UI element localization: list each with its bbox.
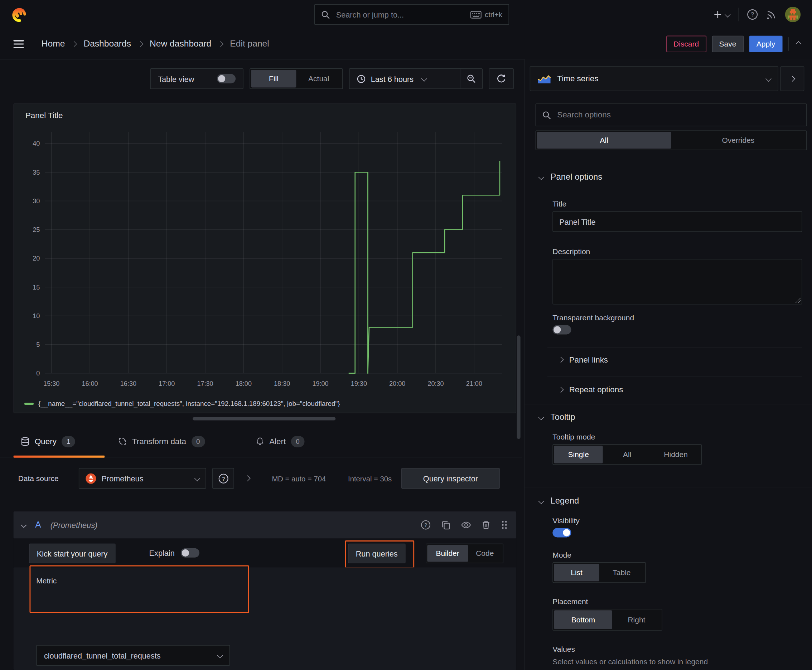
description-textarea[interactable]	[553, 259, 802, 304]
tooltip-mode-label: Tooltip mode	[553, 433, 595, 441]
tooltip-mode-segmented: Single All Hidden	[553, 444, 702, 465]
metric-select[interactable]: cloudflared_tunnel_total_requests	[36, 645, 230, 666]
explain-toggle[interactable]	[181, 548, 199, 558]
placement-bottom-option[interactable]: Bottom	[554, 610, 613, 629]
options-scope-tabs: All Overrides	[536, 130, 807, 150]
legend-section-header[interactable]: Legend	[539, 496, 579, 506]
svg-text:5: 5	[36, 341, 40, 348]
tooltip-hidden-option[interactable]: Hidden	[652, 446, 700, 463]
collapse-query-icon[interactable]	[21, 522, 27, 528]
breadcrumb-dashboards[interactable]: Dashboards	[83, 39, 131, 49]
time-series-panel[interactable]: Panel Title 051015202530354015:3016:0016…	[14, 103, 516, 413]
duplicate-query-icon[interactable]	[441, 520, 450, 530]
hide-query-icon[interactable]	[461, 521, 471, 529]
max-data-points-stat: MD = auto = 704	[272, 475, 326, 483]
time-range-label: Last 6 hours	[371, 74, 414, 83]
tab-query[interactable]: Query 1	[21, 426, 75, 457]
tab-alert[interactable]: Alert 0	[256, 426, 305, 457]
news-icon[interactable]	[766, 9, 777, 20]
breadcrumb: Home Dashboards New dashboard Edit panel	[42, 29, 269, 59]
legend-placement-segmented: Bottom Right	[553, 609, 662, 631]
title-label: Title	[553, 200, 566, 208]
divider	[738, 8, 738, 22]
search-shortcut: ctrl+k	[485, 10, 502, 19]
options-search[interactable]	[536, 103, 807, 126]
query-help-icon[interactable]: ?	[421, 520, 431, 530]
options-search-input[interactable]	[556, 110, 800, 120]
query-inspector-button[interactable]: Query inspector	[401, 468, 500, 489]
panel-title-input[interactable]	[553, 211, 802, 232]
time-series-chart[interactable]: 051015202530354015:3016:0016:3017:0017:3…	[18, 127, 508, 392]
breadcrumb-new-dashboard[interactable]: New dashboard	[150, 39, 211, 49]
collapse-options-icon[interactable]	[244, 475, 250, 481]
fit-mode-segmented: Fill Actual	[249, 68, 342, 89]
chevron-right-icon	[790, 76, 795, 81]
datasource-value: Prometheus	[102, 474, 190, 483]
transparent-background-toggle[interactable]	[553, 325, 571, 334]
table-view-toggle[interactable]	[217, 74, 236, 83]
options-sidebar: Time series All Overrides Panel options …	[524, 59, 812, 670]
legend-visibility-toggle[interactable]	[553, 528, 571, 537]
apply-button[interactable]: Apply	[749, 36, 783, 52]
query-row-header[interactable]: A (Prometheus) ?	[14, 511, 516, 538]
kick-start-query-button[interactable]: Kick start your query	[29, 544, 115, 563]
tooltip-single-option[interactable]: Single	[554, 446, 603, 463]
chevron-right-icon	[218, 41, 224, 47]
visualization-value: Time series	[557, 74, 760, 83]
legend-heading: Legend	[551, 496, 579, 506]
avatar[interactable]	[785, 7, 800, 22]
time-range-picker[interactable]: Last 6 hours	[349, 74, 460, 83]
explain-label: Explain	[149, 548, 175, 557]
builder-option[interactable]: Builder	[427, 545, 468, 562]
tab-transform-data[interactable]: Transform data 0	[118, 426, 205, 457]
panel-options-section-header[interactable]: Panel options	[539, 172, 602, 181]
repeat-options-section-header[interactable]: Repeat options	[559, 385, 623, 394]
breadcrumb-edit-panel: Edit panel	[230, 39, 269, 49]
pane-resize-handle[interactable]	[193, 417, 336, 421]
breadcrumb-home[interactable]: Home	[42, 39, 65, 49]
panel-edit-toolbar: Table view Fill Actual Last 6 hours	[0, 66, 522, 91]
visualization-select[interactable]: Time series	[530, 66, 778, 91]
create-new-button[interactable]	[714, 10, 730, 19]
search-input[interactable]	[335, 10, 465, 19]
legend-table-option[interactable]: Table	[599, 564, 644, 581]
chart-legend[interactable]: {__name__="cloudflared_tunnel_total_requ…	[24, 400, 340, 408]
scrollbar-thumb[interactable]	[517, 335, 520, 439]
svg-text:10: 10	[32, 313, 40, 320]
tooltip-section-header[interactable]: Tooltip	[539, 412, 575, 421]
global-search[interactable]: ctrl+k	[314, 4, 509, 25]
refresh-button[interactable]	[489, 68, 514, 89]
zoom-out-button[interactable]	[460, 69, 482, 88]
panel-title[interactable]: Panel Title	[25, 111, 63, 120]
help-icon[interactable]: ?	[747, 9, 758, 20]
scope-overrides-tab[interactable]: Overrides	[671, 132, 805, 149]
code-option[interactable]: Code	[468, 545, 502, 562]
actual-option[interactable]: Actual	[296, 70, 341, 87]
builder-code-segmented: Builder Code	[425, 544, 503, 563]
datasource-label: Data source	[18, 474, 59, 482]
delete-query-icon[interactable]	[481, 520, 490, 530]
grafana-edit-panel-page: ctrl+k ?	[0, 0, 812, 670]
bottom-pane-tabs: Query 1 Transform data 0 Alert 0	[0, 426, 522, 458]
collapse-header-icon[interactable]	[795, 41, 801, 47]
datasource-select[interactable]: Prometheus	[79, 468, 206, 489]
drag-query-icon[interactable]	[501, 520, 508, 530]
menu-icon[interactable]	[14, 40, 24, 48]
resize-grip-icon[interactable]	[795, 298, 800, 303]
datasource-help-button[interactable]: ?	[212, 468, 234, 489]
scope-all-tab[interactable]: All	[537, 132, 671, 149]
fill-option[interactable]: Fill	[251, 70, 297, 87]
toggle-viz-picker-button[interactable]	[780, 66, 805, 91]
legend-series-label[interactable]: {__name__="cloudflared_tunnel_total_requ…	[38, 400, 340, 408]
placement-right-option[interactable]: Right	[612, 610, 661, 629]
prometheus-icon	[86, 473, 96, 484]
legend-list-option[interactable]: List	[554, 564, 599, 581]
run-queries-button[interactable]: Run queries	[348, 544, 405, 563]
panel-links-section-header[interactable]: Panel links	[559, 355, 608, 364]
save-button[interactable]: Save	[712, 36, 743, 52]
grafana-logo-icon[interactable]	[12, 7, 27, 22]
tooltip-all-option[interactable]: All	[603, 446, 652, 463]
svg-text:30: 30	[32, 198, 40, 205]
discard-button[interactable]: Discard	[666, 36, 706, 52]
svg-text:?: ?	[424, 522, 427, 528]
